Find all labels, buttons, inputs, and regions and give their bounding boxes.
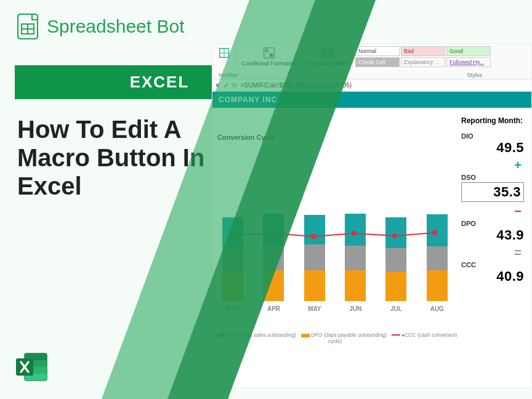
svg-rect-14 <box>265 49 269 53</box>
svg-rect-15 <box>270 54 273 57</box>
ccc-line-series <box>212 178 457 301</box>
bar-jul: JUL <box>385 217 406 301</box>
conversion-cycle-chart: Conversion Cycle MAR APR MAY JUN <box>212 129 457 350</box>
svg-rect-16 <box>322 48 332 58</box>
bar-apr: APR <box>263 214 284 301</box>
brand-name: Spreadsheet Bot <box>47 16 185 37</box>
bar-mar: MAR <box>222 217 243 301</box>
metric-dpo-label: DPO <box>461 220 524 227</box>
chart-bars: MAR APR MAY JUN JUL <box>212 178 457 301</box>
metric-dio: DIO 49.5 <box>461 132 524 156</box>
ribbon-styles-caption: Styles <box>467 72 482 78</box>
company-header: COMPANY INC. <box>212 92 531 108</box>
chart-legend: DSO (days sales outstanding) DPO (days p… <box>212 332 457 344</box>
cell-styles-gallery[interactable]: Normal Bad Good Check Cell Explanatory .… <box>353 44 501 70</box>
metric-ccc-label: CCC <box>461 261 524 268</box>
ribbon-number-caption: Number <box>219 72 238 78</box>
metric-dpo: DPO 43.9 <box>461 220 524 243</box>
bar-label-aug: AUG <box>430 305 444 312</box>
bar-label-apr: APR <box>267 305 280 312</box>
bar-label-jul: JUL <box>390 305 402 312</box>
bar-label-may: MAY <box>308 305 321 312</box>
formula-bar[interactable]: ✕ ✓ fx =SUMIF(Calc!$D$2:$O$2,1,Calc!D5:O… <box>212 79 531 92</box>
metric-dso: DSO 35.3 <box>461 174 524 202</box>
conditional-formatting-label: Conditional Formatting <box>241 61 297 66</box>
reporting-month-label: Reporting Month: <box>212 108 531 129</box>
bar-label-mar: MAR <box>226 305 240 312</box>
fx-cancel-icon[interactable]: ✕ <box>215 82 220 89</box>
legend-dpo: DPO (days payable outstanding) <box>311 332 387 338</box>
format-as-table-label: Format as Table <box>308 61 347 66</box>
format-as-table-button[interactable]: Format as Table <box>303 44 353 68</box>
metric-dso-label: DSO <box>461 174 524 181</box>
style-bad[interactable]: Bad <box>401 46 445 56</box>
bar-may: MAY <box>304 215 325 301</box>
metric-dso-value[interactable]: 35.3 <box>461 182 524 202</box>
style-good[interactable]: Good <box>446 46 491 56</box>
style-followed-hyperlink[interactable]: Followed Hy... <box>446 57 491 67</box>
operator-equals-icon: = <box>461 246 522 260</box>
spreadsheet-file-icon <box>17 14 38 39</box>
metric-dpo-value: 43.9 <box>461 227 524 243</box>
metric-dio-value: 49.5 <box>461 140 524 156</box>
metrics-panel: DIO 49.5 + DSO 35.3 − DPO 43.9 = CCC 40.… <box>457 129 531 350</box>
operator-plus-icon: + <box>461 158 522 172</box>
style-explanatory[interactable]: Explanatory ... <box>401 57 445 67</box>
fx-confirm-icon[interactable]: ✓ <box>224 82 228 89</box>
operator-minus-icon: − <box>461 204 522 219</box>
metric-ccc: CCC 40.9 <box>461 261 524 284</box>
excel-screenshot: Conditional Formatting Format as Table N… <box>212 43 532 388</box>
style-check-cell[interactable]: Check Cell <box>355 57 400 67</box>
chart-title: Conversion Cycle <box>217 134 453 141</box>
bar-label-jun: JUN <box>349 305 361 312</box>
conditional-formatting-button[interactable]: Conditional Formatting <box>236 44 303 68</box>
fx-icon[interactable]: fx <box>232 82 237 89</box>
excel-app-icon <box>15 350 49 384</box>
bar-aug: AUG <box>427 214 448 301</box>
brand-header: Spreadsheet Bot <box>0 0 532 46</box>
bar-jun: JUN <box>345 214 366 301</box>
excel-ribbon: Conditional Formatting Format as Table N… <box>212 44 531 79</box>
style-normal[interactable]: Normal <box>355 46 400 56</box>
metric-ccc-value: 40.9 <box>461 268 524 284</box>
metric-dio-label: DIO <box>461 132 524 140</box>
formula-text[interactable]: =SUMIF(Calc!$D$2:$O$2,1,Calc!D5:O5) <box>241 82 352 89</box>
legend-dso: DSO (days sales outstanding) <box>227 332 296 338</box>
ribbon-number-group[interactable] <box>212 44 236 68</box>
